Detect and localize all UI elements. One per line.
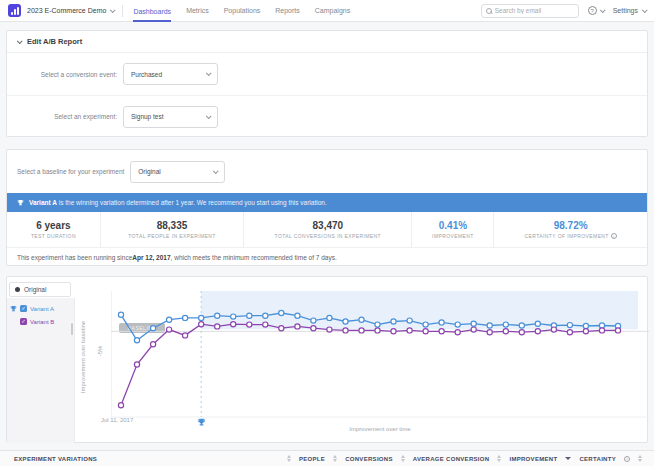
chevron-down-icon <box>642 7 648 13</box>
stat-improvement: 0.41% IMPROVEMENT <box>411 212 493 247</box>
tab-dashboards[interactable]: Dashboards <box>133 0 171 22</box>
experiment-label: Select an experiment: <box>7 113 117 120</box>
column-certainty[interactable]: CERTAINTY <box>579 456 616 462</box>
chevron-down-icon <box>206 70 212 76</box>
project-switcher[interactable]: 2023 E-Commerce Demo <box>27 7 114 14</box>
stat-total-conversions: 83,470 TOTAL CONVERSIONS IN EXPERIMENT <box>243 212 411 247</box>
sort-icon[interactable] <box>333 455 337 462</box>
legend-item-variant-a[interactable]: ✓ Variant A <box>7 302 74 315</box>
settings-label: Settings <box>613 7 638 14</box>
nav-divider <box>122 5 123 17</box>
improvement-chart[interactable] <box>111 289 649 429</box>
winner-banner-text: Variant A is the winning variation deter… <box>29 199 327 206</box>
sort-icon[interactable] <box>497 455 501 462</box>
settings-menu[interactable]: Settings <box>613 7 646 14</box>
conversion-event-label: Select a conversion event: <box>7 71 117 78</box>
winner-banner: Variant A is the winning variation deter… <box>7 193 647 212</box>
table-columns: PEOPLE CONVERSIONS AVERAGE CONVERSION IM… <box>287 455 642 462</box>
experiment-variations-title: EXPERIMENT VARIATIONS <box>14 456 97 462</box>
conversion-event-row: Select a conversion event: Purchased <box>7 53 647 95</box>
info-icon[interactable]: i <box>611 233 617 239</box>
tab-populations[interactable]: Populations <box>224 0 261 22</box>
column-average-conversion[interactable]: AVERAGE CONVERSION <box>413 456 490 462</box>
y-axis-tick: -5% <box>97 346 103 357</box>
project-name: 2023 E-Commerce Demo <box>27 7 106 14</box>
trophy-icon <box>17 199 24 206</box>
tab-campaigns[interactable]: Campaigns <box>315 0 350 22</box>
column-improvement[interactable]: IMPROVEMENT <box>509 456 557 462</box>
app-window: 2023 E-Commerce Demo Dashboards Metrics … <box>0 0 654 466</box>
variant-a-label: Variant A <box>30 306 54 312</box>
y-axis-title: Improvement over baseline <box>77 297 89 417</box>
help-icon: ? <box>588 6 597 15</box>
variations-table-header: EXPERIMENT VARIATIONS PEOPLE CONVERSIONS… <box>0 450 654 466</box>
chart-card: Original ✓ Variant A ✓ Variant B Improve… <box>6 276 648 443</box>
original-dot-icon <box>15 287 20 292</box>
column-conversions[interactable]: CONVERSIONS <box>345 456 393 462</box>
experiment-row: Select an experiment: Signup test <box>7 95 647 137</box>
legend-item-original[interactable]: Original <box>9 282 71 297</box>
search-box[interactable] <box>481 4 579 18</box>
edit-report-title: Edit A/B Report <box>27 37 82 46</box>
info-icon[interactable]: i <box>624 456 630 462</box>
search-icon <box>486 8 492 14</box>
sort-icon[interactable] <box>287 455 291 462</box>
report-summary-card: Select a baseline for your experiment Or… <box>6 149 648 266</box>
sort-icon[interactable] <box>401 455 405 462</box>
legend-original-label: Original <box>24 286 46 293</box>
baseline-label: Select a baseline for your experiment <box>17 168 124 175</box>
column-people[interactable]: PEOPLE <box>299 456 325 462</box>
stat-test-duration: 6 years TEST DURATION <box>7 212 100 247</box>
tab-reports[interactable]: Reports <box>275 0 300 22</box>
stat-certainty: 98.72% CERTAINTY OF IMPROVEMENTi <box>493 212 647 247</box>
sort-icon[interactable] <box>638 455 642 462</box>
variant-legend-panel: ✓ Variant A ✓ Variant B <box>7 298 75 443</box>
stat-total-people: 88,335 TOTAL PEOPLE IN EXPERIMENT <box>100 212 243 247</box>
baseline-select[interactable]: Original <box>130 161 225 183</box>
experiment-note: This experiment has been running since A… <box>7 248 647 266</box>
chevron-down-icon <box>600 7 606 13</box>
baseline-row: Select a baseline for your experiment Or… <box>7 150 647 193</box>
experiment-select[interactable]: Signup test <box>123 106 218 128</box>
stats-row: 6 years TEST DURATION 88,335 TOTAL PEOPL… <box>7 212 647 248</box>
variant-b-label: Variant B <box>30 319 54 325</box>
winner-determined-trophy-icon <box>197 418 206 426</box>
help-menu[interactable]: ? <box>588 6 604 15</box>
variant-b-checkbox[interactable]: ✓ <box>20 318 27 325</box>
top-nav: 2023 E-Commerce Demo Dashboards Metrics … <box>0 0 654 22</box>
legend-scrollbar[interactable] <box>71 323 73 335</box>
legend-item-variant-b[interactable]: ✓ Variant B <box>7 315 74 328</box>
edit-report-header[interactable]: Edit A/B Report <box>7 31 647 53</box>
chevron-down-icon <box>206 113 212 119</box>
trophy-icon <box>10 305 17 312</box>
edit-report-card: Edit A/B Report Select a conversion even… <box>6 30 648 137</box>
tab-metrics[interactable]: Metrics <box>186 0 209 22</box>
variant-a-checkbox[interactable]: ✓ <box>20 305 27 312</box>
conversion-event-select[interactable]: Purchased <box>123 63 218 85</box>
sort-desc-icon[interactable] <box>565 457 571 460</box>
chevron-down-icon <box>110 7 116 13</box>
collapse-caret-icon <box>17 38 23 44</box>
search-input[interactable] <box>495 7 574 14</box>
mixpanel-logo-icon[interactable] <box>8 4 21 17</box>
nav-tabs: Dashboards Metrics Populations Reports C… <box>133 0 350 22</box>
chevron-down-icon <box>213 168 219 174</box>
